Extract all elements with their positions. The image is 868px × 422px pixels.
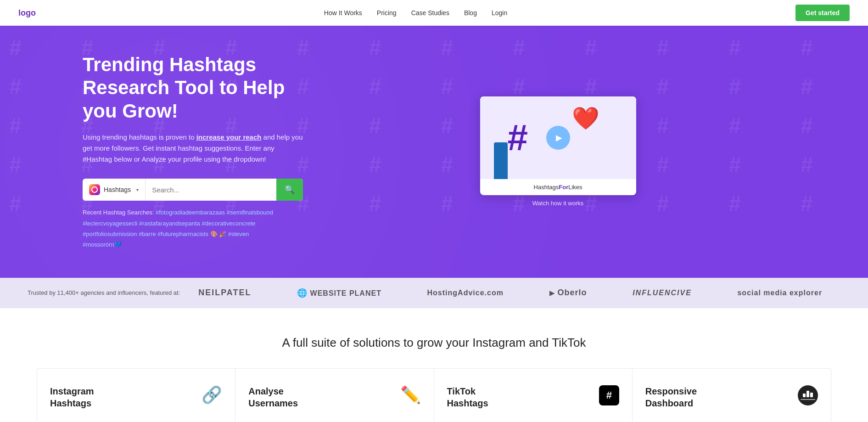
solutions-title: A full suite of solutions to grow your I… [37,336,831,350]
trusted-bar: Trusted by 11,400+ agencies and influenc… [0,278,868,308]
recent-tag-6[interactable]: #portfoliosubmission [83,231,137,237]
card-title-instagram: Instagram Hashtags [50,385,94,409]
card-text-tiktok: TikTok Hashtags [447,385,488,409]
video-thumbnail[interactable]: # ❤️ [480,96,636,179]
solutions-section: A full suite of solutions to grow your I… [0,308,868,422]
card-title-dashboard: Responsive Dashboard [645,385,697,409]
search-dropdown[interactable]: Hashtags ▾ [83,179,146,201]
card-text-dashboard: Responsive Dashboard [645,385,697,409]
analyse-usernames-icon: ✏️ [400,385,421,405]
hero-content: Trending Hashtags Research Tool to Help … [83,53,303,250]
video-thumb-content: # ❤️ [480,96,636,179]
dropdown-label: Hashtags [104,186,131,193]
card-text-analyse: Analyse Usernames [248,385,298,409]
search-input[interactable] [146,186,276,194]
recent-tag-1[interactable]: #fotogradiadeembarazaas [156,209,225,216]
video-card-label: HashtagsForLikes [480,179,636,195]
nav-case-studies[interactable]: Case Studies [411,9,449,17]
heart-decoration: ❤️ [572,106,599,131]
solution-card-analyse-usernames[interactable]: Analyse Usernames ✏️ [235,369,434,422]
recent-tag-5[interactable]: #decorativeconcrete [202,220,255,227]
trusted-logos: NEILPATEL 🌐 WEBSITE PLANET HostingAdvice… [180,288,840,298]
navbar: logo How It Works Pricing Case Studies B… [0,0,868,26]
figure-decoration [494,142,508,179]
recent-tag-10[interactable]: #mossorórn💙 [83,241,122,248]
get-started-button[interactable]: Get started [795,5,850,21]
hashtag-decoration: # [508,117,528,159]
recent-tag-3[interactable]: #leclercvoyagessecli [83,220,137,227]
chevron-down-icon: ▾ [136,187,139,192]
solution-card-tiktok-hashtags[interactable]: TikTok Hashtags # [434,369,633,422]
recent-tag-9[interactable]: #steven [228,231,249,237]
nav-blog[interactable]: Blog [464,9,477,17]
play-button[interactable] [546,126,570,150]
watch-how-text: Watch how it works [532,200,584,207]
hero-video-section: # ❤️ HashtagsForLikes Watch how it works [330,96,785,207]
oberlo-logo: ▶ Oberlo [549,288,587,298]
recent-searches: Recent Hashtag Searches: #fotogradiadeem… [83,207,303,250]
hero-section: ############ ############ ############ #… [0,26,868,278]
website-planet-logo: 🌐 WEBSITE PLANET [297,288,381,298]
influencive-logo: INFLUENCIVE [633,289,692,297]
nav-how-it-works[interactable]: How It Works [324,9,362,17]
nav-links: How It Works Pricing Case Studies Blog L… [324,9,507,17]
search-bar: Hashtags ▾ 🔍 [83,179,303,201]
card-text-instagram: Instagram Hashtags [50,385,94,409]
logo: logo [18,8,36,18]
tiktok-icon: # [599,385,619,405]
card-title-analyse: Analyse Usernames [248,385,298,409]
recent-tag-7[interactable]: #barre [139,231,156,237]
nav-pricing[interactable]: Pricing [377,9,397,17]
social-media-explorer-logo: social media explorer [737,289,822,297]
hero-title: Trending Hashtags Research Tool to Help … [83,53,303,123]
solution-card-responsive-dashboard[interactable]: Responsive Dashboard [633,369,831,422]
trusted-text: Trusted by 11,400+ agencies and influenc… [28,289,180,296]
dashboard-icon [798,385,818,405]
instagram-hashtag-icon: 🔗 [202,385,222,405]
video-card: # ❤️ HashtagsForLikes [480,96,636,195]
hero-description: Using trending hashtags is proven to inc… [83,132,303,165]
solutions-cards: Instagram Hashtags 🔗 Analyse Usernames ✏… [37,368,831,422]
recent-tag-8[interactable]: #futurepharmacists [157,231,208,237]
nav-login[interactable]: Login [492,9,507,17]
recent-tag-4[interactable]: #rastafarayandsepanta [139,220,200,227]
search-icon: 🔍 [285,185,295,194]
recent-tag-2[interactable]: #semifinalsbound [227,209,273,216]
search-button[interactable]: 🔍 [276,179,303,201]
solution-card-instagram-hashtags[interactable]: Instagram Hashtags 🔗 [37,369,235,422]
card-title-tiktok: TikTok Hashtags [447,385,488,409]
hosting-advice-logo: HostingAdvice.com [427,289,504,297]
neilpatel-logo: NEILPATEL [198,288,251,298]
instagram-icon [89,184,100,195]
